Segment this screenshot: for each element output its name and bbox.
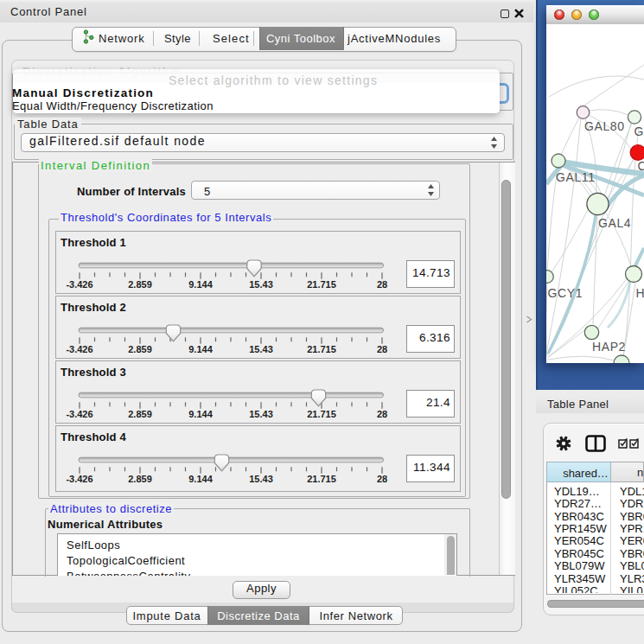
svg-text:GAL11: GAL11	[556, 170, 596, 184]
svg-text:HAP2: HAP2	[592, 340, 626, 354]
svg-text:GAL4: GAL4	[598, 216, 631, 230]
svg-text:C: C	[638, 159, 644, 173]
svg-text:GCY1: GCY1	[548, 286, 583, 300]
svg-text:GAL80: GAL80	[584, 119, 625, 133]
svg-text:GA: GA	[634, 124, 644, 138]
svg-text:HI: HI	[636, 286, 644, 300]
